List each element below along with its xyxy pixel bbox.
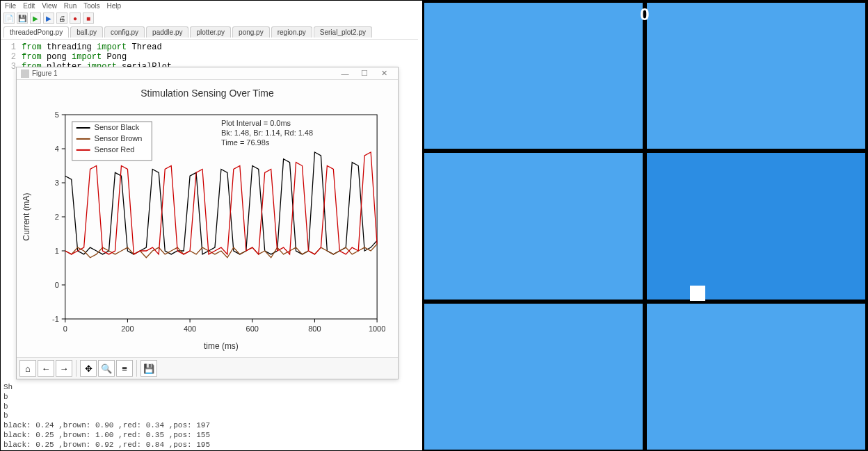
- pong-region-1: [647, 3, 865, 149]
- svg-text:800: 800: [308, 325, 321, 333]
- mpl-pan-button[interactable]: ✥: [80, 360, 97, 377]
- menu-help[interactable]: Help: [107, 2, 122, 10]
- menu-view[interactable]: View: [42, 2, 57, 10]
- tab-serial_plot2-py[interactable]: Serial_plot2.py: [314, 26, 372, 38]
- mpl-save-button[interactable]: 💾: [140, 360, 157, 377]
- figure-icon: [21, 69, 29, 78]
- svg-text:Stimulation Sensing Over Time: Stimulation Sensing Over Time: [140, 88, 274, 99]
- chart-svg: Stimulation Sensing Over Time02004006008…: [17, 80, 398, 357]
- record-red-icon[interactable]: ●: [70, 13, 81, 24]
- figure-title: Figure 1: [32, 69, 58, 77]
- plot-canvas[interactable]: Stimulation Sensing Over Time02004006008…: [17, 80, 398, 357]
- svg-text:0: 0: [55, 281, 59, 289]
- svg-text:400: 400: [184, 325, 196, 333]
- pong-region-3: [647, 153, 865, 299]
- mpl-toolbar: ⌂←→✥🔍≡💾: [17, 357, 398, 379]
- pong-region-2: [424, 153, 643, 299]
- figure-titlebar[interactable]: Figure 1 — ☐ ✕: [17, 67, 398, 80]
- menu-run[interactable]: Run: [64, 2, 77, 10]
- menu-bar: FileEditViewRunToolsHelp: [1, 1, 418, 11]
- svg-text:1000: 1000: [369, 325, 385, 333]
- print-icon[interactable]: 🖨: [56, 13, 67, 24]
- pong-region-4: [424, 304, 643, 450]
- minimize-button[interactable]: —: [335, 69, 355, 78]
- svg-text:Current (mA): Current (mA): [22, 192, 31, 240]
- play-green-icon[interactable]: ▶: [30, 13, 41, 24]
- svg-text:5: 5: [55, 110, 59, 119]
- menu-file[interactable]: File: [5, 2, 16, 10]
- stop-icon[interactable]: ■: [83, 13, 94, 24]
- tab-paddle-py[interactable]: paddle.py: [146, 26, 188, 38]
- svg-text:Sensor Brown: Sensor Brown: [95, 134, 143, 142]
- svg-text:0: 0: [63, 325, 67, 333]
- tab-threadedpong-py[interactable]: threadedPong.py: [3, 26, 69, 38]
- pong-ball: [690, 286, 705, 301]
- pong-region-5: [647, 304, 865, 450]
- svg-text:200: 200: [121, 325, 134, 333]
- tab-ball-py[interactable]: ball.py: [70, 26, 103, 38]
- ide-pane: FileEditViewRunToolsHelp 📄💾▶▶🖨●■ threade…: [1, 1, 418, 451]
- svg-text:3: 3: [55, 179, 59, 187]
- mpl-back-button[interactable]: ←: [38, 360, 54, 377]
- svg-text:Sensor Black: Sensor Black: [95, 123, 140, 131]
- tab-region-py[interactable]: region.py: [271, 26, 312, 38]
- tab-plotter-py[interactable]: plotter.py: [190, 26, 231, 38]
- save-icon[interactable]: 💾: [17, 13, 28, 24]
- page-icon[interactable]: 📄: [3, 13, 15, 24]
- pong-grid: [422, 1, 867, 451]
- mpl-configure-button[interactable]: ≡: [116, 360, 133, 377]
- pong-score: 0: [640, 5, 649, 24]
- menu-edit[interactable]: Edit: [23, 2, 35, 10]
- mpl-home-button[interactable]: ⌂: [19, 360, 36, 377]
- svg-text:1: 1: [55, 247, 59, 255]
- svg-text:Sensor Red: Sensor Red: [95, 145, 135, 154]
- svg-text:Time = 76.98s: Time = 76.98s: [221, 138, 270, 147]
- close-button[interactable]: ✕: [374, 69, 394, 78]
- tab-config-py[interactable]: config.py: [104, 26, 145, 38]
- pong-region-0: [424, 3, 643, 149]
- svg-text:-1: -1: [52, 315, 59, 323]
- menu-tools[interactable]: Tools: [83, 2, 99, 10]
- figure-window[interactable]: Figure 1 — ☐ ✕ Stimulation Sensing Over …: [16, 67, 399, 379]
- svg-text:600: 600: [246, 325, 259, 333]
- code-line[interactable]: 1from threading import Thread: [1, 42, 418, 52]
- svg-text:Plot Interval = 0.0ms: Plot Interval = 0.0ms: [221, 119, 291, 127]
- editor-tabs: threadedPong.pyball.pyconfig.pypaddle.py…: [1, 25, 418, 40]
- svg-text:time (ms): time (ms): [204, 341, 239, 351]
- toolbar: 📄💾▶▶🖨●■: [1, 11, 418, 25]
- svg-text:Bk: 1.48, Br: 1.14, Rd: 1.48: Bk: 1.48, Br: 1.14, Rd: 1.48: [221, 129, 313, 137]
- svg-text:4: 4: [55, 145, 59, 153]
- svg-text:2: 2: [55, 213, 59, 221]
- console-output: Sh b b b black: 0.24 ,brown: 0.90 ,red: …: [3, 383, 414, 451]
- maximize-button[interactable]: ☐: [355, 69, 374, 78]
- code-line[interactable]: 2from pong import Pong: [1, 52, 418, 62]
- tab-pong-py[interactable]: pong.py: [232, 26, 270, 38]
- play-blue-icon[interactable]: ▶: [43, 13, 54, 24]
- pong-window[interactable]: 0: [422, 1, 867, 451]
- mpl-forward-button[interactable]: →: [56, 360, 72, 377]
- mpl-zoom-button[interactable]: 🔍: [98, 360, 115, 377]
